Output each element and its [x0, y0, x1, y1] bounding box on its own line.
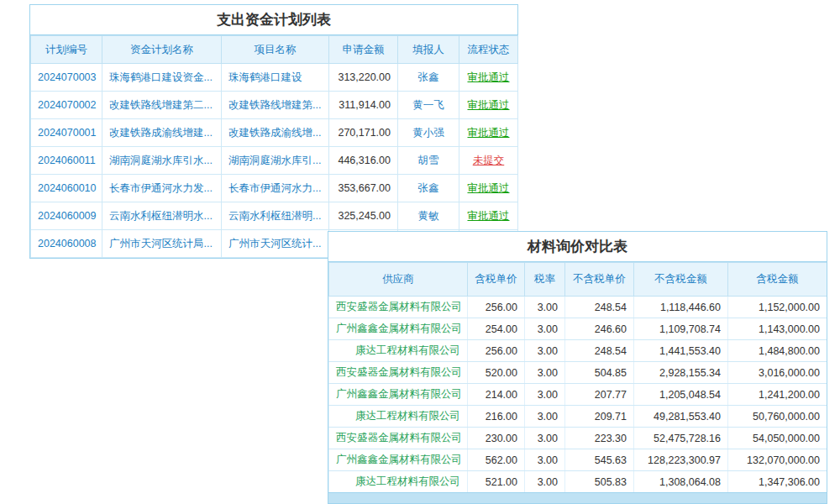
cell-price-with-tax: 256.00	[468, 340, 525, 362]
cell-amount-with-tax: 1,152,000.00	[728, 297, 827, 318]
cell-tax-rate: 3.00	[525, 471, 565, 493]
column-header-filler: 填报人	[398, 36, 459, 64]
cell-supplier: 广州鑫鑫金属材料有限公司	[329, 384, 468, 406]
column-header-amount-no-tax: 不含税金额	[634, 263, 728, 297]
column-header-plan-id: 计划编号	[31, 36, 102, 64]
column-header-supplier: 供应商	[329, 263, 468, 297]
expenditure-plan-table: 计划编号 资金计划名称 项目名称 申请金额 填报人 流程状态 202407000…	[30, 35, 518, 258]
cell-price-no-tax: 504.85	[565, 362, 634, 384]
cell-plan-id[interactable]: 2024070001	[31, 119, 102, 147]
cell-plan-id[interactable]: 2024060011	[31, 147, 102, 175]
expenditure-plan-header-row: 计划编号 资金计划名称 项目名称 申请金额 填报人 流程状态	[31, 36, 518, 64]
table-row: 西安盛器金属材料有限公司256.003.00248.541,118,446.60…	[329, 297, 827, 318]
cell-fund-plan-name[interactable]: 改建铁路线增建第二...	[102, 92, 222, 119]
cell-flow-status[interactable]: 审批通过	[459, 64, 518, 92]
cell-price-no-tax: 223.30	[565, 428, 634, 449]
table-row: 西安盛器金属材料有限公司520.003.00504.852,928,155.34…	[329, 362, 827, 384]
table-row: 广州鑫鑫金属材料有限公司214.003.00207.771,205,048.54…	[329, 384, 827, 406]
cell-fund-plan-name[interactable]: 湖南洞庭湖水库引水...	[102, 147, 222, 175]
cell-supplier: 广州鑫鑫金属材料有限公司	[329, 449, 468, 471]
cell-plan-id[interactable]: 2024070002	[31, 92, 102, 119]
table-row: 2024070001改建铁路成渝线增建...改建铁路成渝线增...270,171…	[31, 119, 518, 147]
cell-amount-no-tax: 128,223,300.97	[634, 449, 728, 471]
cell-plan-id[interactable]: 2024060008	[31, 230, 102, 258]
cell-flow-status[interactable]: 未提交	[459, 147, 518, 175]
cell-price-with-tax: 216.00	[468, 406, 525, 428]
cell-filler: 张鑫	[398, 64, 459, 92]
cell-supplier: 西安盛器金属材料有限公司	[329, 297, 468, 318]
cell-project-name[interactable]: 珠海鹤港口建设	[222, 64, 329, 92]
cell-amount-no-tax: 1,109,708.74	[634, 318, 728, 340]
material-inquiry-panel: 材料询价对比表 供应商 含税单价 税率 不含税单价 不含税金额 含税金额 西安盛…	[328, 231, 827, 504]
table-row: 2024070003珠海鹤港口建设资金...珠海鹤港口建设313,220.00张…	[31, 64, 518, 92]
cell-price-no-tax: 505.83	[565, 471, 634, 493]
cell-amount-no-tax: 1,441,553.40	[634, 340, 728, 362]
cell-flow-status[interactable]: 审批通过	[459, 92, 518, 119]
cell-price-with-tax: 520.00	[468, 362, 525, 384]
cell-plan-id[interactable]: 2024060009	[31, 202, 102, 230]
material-inquiry-title: 材料询价对比表	[328, 232, 827, 262]
cell-apply-amount: 325,245.00	[329, 202, 398, 230]
cell-tax-rate: 3.00	[525, 428, 565, 449]
cell-amount-with-tax: 132,070,000.00	[728, 449, 827, 471]
cell-price-no-tax: 207.77	[565, 384, 634, 406]
cell-amount-no-tax: 1,205,048.54	[634, 384, 728, 406]
cell-filler: 胡雪	[398, 147, 459, 175]
column-header-apply-amount: 申请金额	[329, 36, 398, 64]
cell-tax-rate: 3.00	[525, 406, 565, 428]
cell-flow-status[interactable]: 审批通过	[459, 119, 518, 147]
column-header-price-with-tax: 含税单价	[468, 263, 525, 297]
table-row: 广州鑫鑫金属材料有限公司562.003.00545.63128,223,300.…	[329, 449, 827, 471]
cell-amount-no-tax: 1,308,064.08	[634, 471, 728, 493]
column-header-tax-rate: 税率	[525, 263, 565, 297]
cell-price-with-tax: 214.00	[468, 384, 525, 406]
cell-apply-amount: 353,667.00	[329, 175, 398, 202]
cell-tax-rate: 3.00	[525, 362, 565, 384]
cell-plan-id[interactable]: 2024070003	[31, 64, 102, 92]
cell-amount-with-tax: 1,347,306.00	[728, 471, 827, 493]
cell-fund-plan-name[interactable]: 云南水利枢纽潜明水...	[102, 202, 222, 230]
cell-price-with-tax: 562.00	[468, 449, 525, 471]
cell-flow-status[interactable]: 审批通过	[459, 202, 518, 230]
table-row: 2024060011湖南洞庭湖水库引水...湖南洞庭湖水库引...446,316…	[31, 147, 518, 175]
column-header-amount-with-tax: 含税金额	[728, 263, 827, 297]
cell-tax-rate: 3.00	[525, 318, 565, 340]
cell-plan-id[interactable]: 2024060010	[31, 175, 102, 202]
material-inquiry-table: 供应商 含税单价 税率 不含税单价 不含税金额 含税金额 西安盛器金属材料有限公…	[328, 262, 827, 493]
table-row: 广州鑫鑫金属材料有限公司254.003.00246.601,109,708.74…	[329, 318, 827, 340]
cell-supplier: 康达工程材料有限公司	[329, 340, 468, 362]
cell-filler: 黄小强	[398, 119, 459, 147]
cell-supplier: 西安盛器金属材料有限公司	[329, 428, 468, 449]
cell-project-name[interactable]: 云南水利枢纽潜明...	[222, 202, 329, 230]
cell-amount-with-tax: 54,050,000.00	[728, 428, 827, 449]
cell-amount-with-tax: 50,760,000.00	[728, 406, 827, 428]
cell-project-name[interactable]: 湖南洞庭湖水库引...	[222, 147, 329, 175]
cell-filler: 黄敏	[398, 202, 459, 230]
cell-price-no-tax: 209.71	[565, 406, 634, 428]
cell-fund-plan-name[interactable]: 长春市伊通河水力发...	[102, 175, 222, 202]
column-header-fund-plan-name: 资金计划名称	[102, 36, 222, 64]
cell-amount-with-tax: 3,016,000.00	[728, 362, 827, 384]
cell-fund-plan-name[interactable]: 改建铁路成渝线增建...	[102, 119, 222, 147]
cell-flow-status[interactable]: 审批通过	[459, 175, 518, 202]
cell-price-no-tax: 248.54	[565, 340, 634, 362]
cell-apply-amount: 313,220.00	[329, 64, 398, 92]
cell-amount-with-tax: 1,143,000.00	[728, 318, 827, 340]
cell-project-name[interactable]: 改建铁路线增建第...	[222, 92, 329, 119]
cell-fund-plan-name[interactable]: 广州市天河区统计局...	[102, 230, 222, 258]
cell-project-name[interactable]: 广州市天河区统计...	[222, 230, 329, 258]
cell-project-name[interactable]: 长春市伊通河水力...	[222, 175, 329, 202]
cell-supplier: 西安盛器金属材料有限公司	[329, 362, 468, 384]
cell-price-no-tax: 248.54	[565, 297, 634, 318]
cell-fund-plan-name[interactable]: 珠海鹤港口建设资金...	[102, 64, 222, 92]
cell-tax-rate: 3.00	[525, 340, 565, 362]
cell-amount-no-tax: 1,118,446.60	[634, 297, 728, 318]
cell-apply-amount: 270,171.00	[329, 119, 398, 147]
cell-apply-amount: 446,316.00	[329, 147, 398, 175]
cell-price-with-tax: 521.00	[468, 471, 525, 493]
cell-amount-no-tax: 2,928,155.34	[634, 362, 728, 384]
table-row: 康达工程材料有限公司521.003.00505.831,308,064.081,…	[329, 471, 827, 493]
table-row: 康达工程材料有限公司256.003.00248.541,441,553.401,…	[329, 340, 827, 362]
expenditure-plan-panel: 支出资金计划列表 计划编号 资金计划名称 项目名称 申请金额 填报人 流程状态 …	[29, 4, 518, 259]
cell-project-name[interactable]: 改建铁路成渝线增...	[222, 119, 329, 147]
